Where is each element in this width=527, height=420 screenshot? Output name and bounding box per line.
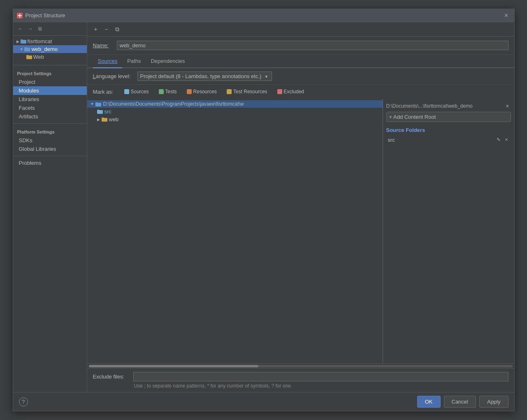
sidebar-item-modules[interactable]: Modules — [13, 86, 87, 95]
test-resources-color-icon — [227, 89, 232, 94]
source-folder-name: src — [388, 137, 395, 143]
source-folder-item: src ✎ × — [386, 136, 511, 144]
add-content-root-button[interactable]: + Add Content Root — [386, 112, 511, 122]
back-button[interactable]: ← — [16, 25, 25, 33]
sidebar-label-global-libraries: Global Libraries — [19, 146, 56, 152]
scrollbar-track — [89, 365, 513, 367]
sidebar-divider-1 — [13, 65, 87, 65]
mark-as-label: Mark as: — [93, 89, 118, 95]
language-level-wrapper: Project default (8 - Lambdas, type annot… — [137, 72, 272, 81]
sidebar-label-sdks: SDKs — [19, 137, 33, 143]
forward-button[interactable]: → — [26, 25, 35, 33]
name-input[interactable] — [117, 41, 508, 50]
exclude-files-hint: Use ; to separate name patterns, * for a… — [93, 383, 508, 389]
horizontal-scrollbar[interactable] — [87, 363, 514, 368]
tree-item-fisrttomcat[interactable]: ▶ fisrttomcat — [13, 37, 87, 45]
module-tree: ▶ fisrttomcat ▼ web_demo — [13, 36, 87, 62]
mark-sources-button[interactable]: Sources — [121, 88, 152, 95]
sidebar-item-sdks[interactable]: SDKs — [13, 136, 87, 145]
file-tree-src-item[interactable]: src — [87, 108, 383, 115]
main-content: ← → ⧉ ▶ fisrttomcat ▼ web — [13, 22, 514, 392]
tree-label-web: Web — [33, 54, 44, 60]
exclude-files-row: Exclude files: Use ; to separate name pa… — [87, 368, 514, 392]
chevron-expand-icon: ▼ — [20, 47, 23, 51]
edit-source-folder-button[interactable]: ✎ — [495, 136, 502, 143]
copy-module-button[interactable]: ⧉ — [113, 25, 122, 34]
sidebar-item-artifacts[interactable]: Artifacts — [13, 112, 87, 121]
sidebar: ← → ⧉ ▶ fisrttomcat ▼ web — [13, 22, 87, 392]
tabs-bar: Sources Paths Dependencies — [87, 55, 514, 68]
mark-test-resources-label: Test Resources — [233, 89, 267, 95]
file-tree-web-label: web — [109, 116, 119, 122]
resources-color-icon — [187, 89, 192, 94]
mark-resources-button[interactable]: Resources — [183, 88, 220, 95]
src-folder-icon — [97, 109, 103, 114]
copy-button[interactable]: ⧉ — [36, 25, 44, 33]
sidebar-divider-2 — [13, 123, 87, 124]
scrollbar-thumb — [89, 365, 258, 367]
mark-test-resources-button[interactable]: Test Resources — [223, 88, 271, 95]
mark-sources-label: Sources — [131, 89, 149, 95]
exclude-files-input[interactable] — [133, 372, 508, 381]
folder-icon-web-demo — [24, 47, 30, 51]
tree-label-fisrttomcat: fisrttomcat — [28, 38, 52, 44]
folder-icon-web — [26, 55, 32, 59]
tab-sources[interactable]: Sources — [93, 55, 123, 68]
sidebar-item-libraries[interactable]: Libraries — [13, 95, 87, 104]
context-panel-close-button[interactable]: × — [504, 102, 511, 110]
sidebar-nav: ← → ⧉ — [13, 22, 87, 36]
sidebar-label-project: Project — [19, 79, 35, 85]
platform-settings-label: Platform Settings — [13, 126, 87, 136]
file-tree-web-item[interactable]: ▶ web — [87, 115, 383, 123]
context-panel-header: D:\Documents\...\fisrttomcat\web_demo × — [386, 102, 511, 110]
help-button[interactable]: ? — [19, 397, 28, 406]
name-label: Name: — [93, 42, 114, 48]
file-tree-area: ▼ D:\Documents\Documents\ProgramProjects… — [87, 99, 514, 363]
sidebar-label-facets: Facets — [19, 105, 35, 111]
chevron-icon: ▶ — [16, 39, 19, 44]
language-level-label: Language level: — [93, 73, 134, 79]
sources-color-icon — [124, 89, 129, 94]
sidebar-item-problems[interactable]: Problems — [13, 159, 87, 167]
dialog-title: Project Structure — [26, 12, 502, 18]
sidebar-label-artifacts: Artifacts — [19, 113, 38, 120]
tree-item-web-demo[interactable]: ▼ web_demo — [13, 45, 87, 53]
tree-item-web[interactable]: Web — [13, 53, 87, 61]
apply-button[interactable]: Apply — [479, 396, 508, 408]
language-level-select[interactable]: Project default (8 - Lambdas, type annot… — [137, 72, 272, 81]
web-collapse-icon: ▶ — [97, 118, 100, 122]
close-button[interactable]: × — [502, 11, 511, 20]
sidebar-item-global-libraries[interactable]: Global Libraries — [13, 145, 87, 153]
folder-icon-fisrttomcat — [21, 39, 26, 44]
sidebar-item-project[interactable]: Project — [13, 78, 87, 86]
project-structure-dialog: Project Structure × ← → ⧉ ▶ fisrttomcat — [13, 9, 515, 411]
mark-resources-label: Resources — [193, 89, 217, 95]
tab-dependencies[interactable]: Dependencies — [146, 55, 190, 68]
mark-excluded-button[interactable]: Excluded — [274, 88, 307, 95]
project-settings-label: Project Settings — [13, 68, 87, 78]
svg-rect-2 — [19, 14, 20, 18]
source-folder-actions: ✎ × — [495, 136, 509, 143]
add-module-button[interactable]: + — [91, 25, 100, 34]
context-panel: D:\Documents\...\fisrttomcat\web_demo × … — [383, 99, 514, 363]
remove-source-folder-button[interactable]: × — [504, 136, 509, 143]
sidebar-item-facets[interactable]: Facets — [13, 104, 87, 112]
web-folder-icon — [102, 117, 107, 122]
sidebar-label-libraries: Libraries — [19, 96, 39, 102]
bottom-bar: ? OK Cancel Apply — [13, 392, 514, 411]
add-content-root-label: + Add Content Root — [389, 114, 436, 120]
right-panel: + − ⧉ Name: Sources Paths De — [87, 22, 514, 392]
ok-button[interactable]: OK — [417, 396, 441, 408]
file-tree-root-item[interactable]: ▼ D:\Documents\Documents\ProgramProjects… — [87, 100, 383, 108]
file-tree-src-label: src — [104, 108, 111, 115]
tab-paths[interactable]: Paths — [122, 55, 146, 68]
mark-excluded-label: Excluded — [284, 89, 304, 95]
name-row: Name: — [87, 37, 514, 55]
root-expand-icon: ▼ — [91, 102, 94, 106]
root-folder-icon — [95, 102, 101, 106]
mark-tests-button[interactable]: Tests — [156, 88, 180, 95]
cancel-button[interactable]: Cancel — [444, 396, 476, 408]
remove-module-button[interactable]: − — [102, 25, 111, 34]
source-folders-section: Source Folders src ✎ × — [386, 127, 511, 144]
file-tree-panel: ▼ D:\Documents\Documents\ProgramProjects… — [87, 99, 383, 363]
